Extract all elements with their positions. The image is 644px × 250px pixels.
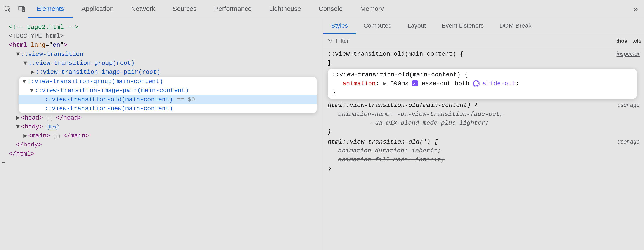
subtab-styles[interactable]: Styles [323, 18, 356, 34]
dom-node-vt-group-main[interactable]: ▼::view-transition-group(main-content) [19, 77, 317, 86]
dom-node-vt-new-main[interactable]: ::view-transition-new(main-content) [19, 104, 317, 113]
dom-node-html[interactable]: <html lang="en"> [0, 40, 323, 49]
tab-lighthouse[interactable]: Lighthouse [260, 0, 310, 18]
selected-node-marker: == $0 [177, 96, 195, 103]
rule-ua-2[interactable]: user age html::view-transition-old(*) { … [328, 138, 640, 173]
tab-network[interactable]: Network [122, 0, 164, 18]
subtab-computed[interactable]: Computed [356, 18, 400, 34]
tab-application[interactable]: Application [73, 0, 122, 18]
styles-filter-input[interactable]: Filter [323, 37, 614, 44]
ellipsis-icon[interactable]: ⋯ [54, 134, 60, 139]
bezier-swatch-icon[interactable] [412, 80, 418, 86]
styles-subtabs: Styles Computed Layout Event Listeners D… [323, 18, 644, 34]
ellipsis-icon[interactable]: ⋯ [46, 116, 52, 121]
inspect-element-icon[interactable] [2, 3, 14, 15]
rule-origin: user age [618, 138, 640, 146]
dom-comment: <!-- page2.html --> [9, 24, 78, 30]
decl-animation-fill-mode[interactable]: animation-fill-mode: inherit; [328, 156, 640, 165]
filter-icon [328, 38, 333, 43]
rule-element-style[interactable]: inspector ::view-transition-old(main-con… [328, 50, 640, 67]
dom-node-vt[interactable]: ▼::view-transition [0, 50, 323, 59]
rule-ua-1[interactable]: user age html::view-transition-old(main-… [328, 101, 640, 136]
styles-filter-bar: Filter :hov .cls [323, 34, 644, 48]
tab-elements[interactable]: Elements [28, 0, 73, 18]
dom-node-vt-imagepair-root[interactable]: ▶::view-transition-image-pair(root) [0, 68, 323, 77]
more-tabs-icon[interactable]: » [628, 4, 644, 13]
devtools-tabbar: Elements Application Network Sources Per… [0, 0, 644, 18]
expand-shorthand-icon[interactable]: ▶ [383, 80, 387, 87]
dom-node-main[interactable]: ▶<main> ⋯ </main> [0, 131, 323, 140]
cls-toggle[interactable]: .cls [630, 38, 644, 44]
tab-console[interactable]: Console [310, 0, 351, 18]
decl-animation-name[interactable]: animation-name: -ua-view-transition-fade… [328, 110, 640, 119]
tab-sources[interactable]: Sources [164, 0, 205, 18]
style-rules: inspector ::view-transition-old(main-con… [323, 48, 644, 176]
styles-pane: Styles Computed Layout Event Listeners D… [323, 18, 644, 250]
flex-badge[interactable]: flex [46, 124, 59, 130]
dom-node-body-close: </body> [0, 140, 323, 149]
dom-node-vt-group-root[interactable]: ▼::view-transition-group(root) [0, 59, 323, 68]
tab-performance[interactable]: Performance [205, 0, 260, 18]
dom-node-vt-old-main[interactable]: ::view-transition-old(main-content) == $… [19, 95, 317, 104]
svg-rect-1 [19, 6, 23, 10]
rule-author-highlighted[interactable]: ::view-transition-old(main-content) { an… [328, 69, 637, 99]
rule-origin: user age [618, 101, 640, 109]
selected-row-dots-icon: ⋯ [0, 159, 7, 167]
dom-node-head[interactable]: ▶<head> ⋯ </head> [0, 113, 323, 122]
subtab-layout[interactable]: Layout [400, 18, 434, 34]
dom-node-body[interactable]: ▼<body> flex [0, 122, 323, 131]
rule-origin[interactable]: inspector [617, 50, 640, 58]
tab-memory[interactable]: Memory [352, 0, 392, 18]
decl-animation-duration[interactable]: animation-duration: inherit; [328, 147, 640, 156]
dom-node-vt-imagepair-main[interactable]: ▼::view-transition-image-pair(main-conte… [19, 86, 317, 95]
filter-placeholder: Filter [336, 37, 349, 44]
subtab-dom-breakpoints[interactable]: DOM Break [492, 18, 539, 34]
dom-node-html-close: </html> [0, 149, 323, 158]
dom-doctype: <!DOCTYPE html> [9, 33, 64, 39]
animation-swatch-icon[interactable] [473, 80, 479, 86]
hov-toggle[interactable]: :hov [614, 38, 630, 44]
dom-highlighted-region: ▼::view-transition-group(main-content) ▼… [19, 77, 317, 113]
device-toolbar-icon[interactable] [16, 3, 28, 15]
dom-tree-pane[interactable]: <!-- page2.html --> <!DOCTYPE html> <htm… [0, 18, 323, 250]
decl-animation[interactable]: animation: ▶ 500ms ease-out both slide-o… [332, 79, 633, 88]
subtab-event-listeners[interactable]: Event Listeners [434, 18, 492, 34]
